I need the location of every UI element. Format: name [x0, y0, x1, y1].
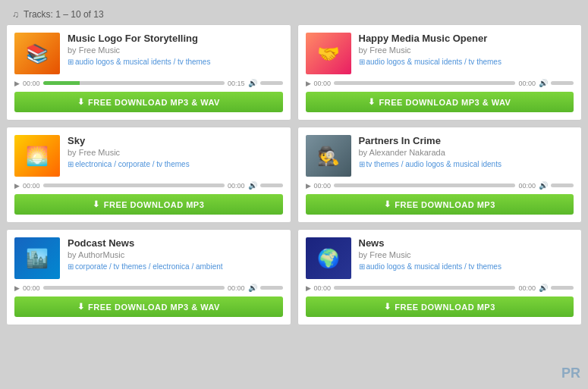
player-row-5[interactable]: ▶ 00:00 00:00 🔊 [14, 284, 283, 292]
volume-bar-2[interactable] [551, 81, 574, 85]
card-tags-1: ⊞audio logos & musical idents / tv theme… [68, 58, 283, 66]
time-start-4: 00:00 [314, 182, 332, 190]
download-button-3[interactable]: ⬇ FREE DOWNLOAD MP3 [14, 194, 283, 215]
card-top-3: 🌅 Sky by Free Music ⊞electronica / corpo… [14, 135, 283, 177]
player-row-4[interactable]: ▶ 00:00 00:00 🔊 [306, 181, 574, 190]
card-tags-3: ⊞electronica / corporate / tv themes [68, 160, 283, 168]
thumbnail-3: 🌅 [14, 135, 60, 177]
progress-bar-2[interactable] [334, 81, 515, 85]
card-title-1: Music Logo For Storytelling [68, 33, 283, 44]
progress-bar-3[interactable] [43, 184, 225, 187]
volume-icon-3: 🔊 [248, 181, 257, 190]
card-top-5: 🏙️ Podcast News by AuthorMusic ⊞corporat… [14, 237, 283, 279]
download-button-5[interactable]: ⬇ FREE DOWNLOAD MP3 & WAV [14, 296, 283, 317]
thumbnail-4: 🕵️ [306, 135, 351, 177]
play-button-4[interactable]: ▶ [306, 182, 311, 190]
progress-bar-5[interactable] [43, 286, 225, 290]
card-artist-5: by AuthorMusic [68, 250, 283, 259]
time-start-2: 00:00 [314, 80, 332, 87]
card-top-4: 🕵️ Partners In Crime by Alexander Nakara… [306, 135, 574, 177]
volume-icon-1: 🔊 [248, 79, 257, 87]
tag-icon-1: ⊞ [68, 58, 74, 66]
download-label-5: FREE DOWNLOAD MP3 & WAV [88, 303, 220, 312]
download-label-1: FREE DOWNLOAD MP3 & WAV [88, 98, 220, 107]
volume-icon-4: 🔊 [539, 181, 548, 190]
tracks-range: 1 – 10 of 13 [55, 9, 103, 20]
track-card-3: 🌅 Sky by Free Music ⊞electronica / corpo… [6, 127, 291, 223]
tracks-label: Tracks: [24, 9, 53, 20]
download-button-2[interactable]: ⬇ FREE DOWNLOAD MP3 & WAV [306, 92, 574, 112]
card-top-6: 🌍 News by Free Music ⊞audio logos & musi… [306, 237, 574, 279]
card-artist-2: by Free Music [359, 45, 574, 55]
time-start-6: 00:00 [314, 284, 332, 292]
card-title-3: Sky [68, 135, 283, 146]
play-button-2[interactable]: ▶ [306, 80, 311, 87]
music-icon: ♫ [12, 9, 19, 20]
volume-icon-5: 🔊 [248, 284, 257, 292]
time-end-3: 00:00 [228, 182, 245, 190]
card-info-5: Podcast News by AuthorMusic ⊞corporate /… [68, 237, 283, 271]
play-button-1[interactable]: ▶ [14, 80, 20, 87]
time-start-5: 00:00 [23, 284, 40, 292]
track-card-1: 📚 Music Logo For Storytelling by Free Mu… [6, 24, 291, 121]
download-icon-5: ⬇ [77, 302, 85, 312]
volume-bar-3[interactable] [260, 184, 283, 187]
volume-icon-2: 🔊 [539, 79, 548, 87]
track-card-4: 🕵️ Partners In Crime by Alexander Nakara… [297, 127, 583, 223]
volume-bar-4[interactable] [551, 184, 574, 187]
card-info-1: Music Logo For Storytelling by Free Musi… [68, 33, 283, 66]
play-button-5[interactable]: ▶ [14, 284, 20, 292]
thumbnail-6: 🌍 [306, 237, 351, 279]
download-button-1[interactable]: ⬇ FREE DOWNLOAD MP3 & WAV [14, 92, 283, 112]
card-artist-4: by Alexander Nakarada [359, 148, 574, 157]
tracks-grid: 📚 Music Logo For Storytelling by Free Mu… [6, 24, 582, 325]
card-info-3: Sky by Free Music ⊞electronica / corpora… [68, 135, 283, 168]
thumbnail-1: 📚 [14, 33, 60, 74]
player-row-2[interactable]: ▶ 00:00 00:00 🔊 [306, 79, 574, 87]
card-title-6: News [359, 237, 574, 249]
volume-bar-6[interactable] [551, 286, 574, 290]
player-row-1[interactable]: ▶ 00:00 00:15 🔊 [14, 79, 283, 87]
tag-icon-2: ⊞ [359, 58, 365, 66]
download-label-2: FREE DOWNLOAD MP3 & WAV [379, 98, 511, 107]
download-button-6[interactable]: ⬇ FREE DOWNLOAD MP3 [306, 296, 574, 317]
time-end-6: 00:00 [518, 284, 536, 292]
tracks-header: ♫ Tracks: 1 – 10 of 13 [6, 6, 582, 24]
card-artist-1: by Free Music [68, 45, 283, 55]
card-tags-4: ⊞tv themes / audio logos & musical ident… [359, 160, 574, 168]
player-row-6[interactable]: ▶ 00:00 00:00 🔊 [306, 284, 574, 292]
download-icon-4: ⬇ [384, 199, 391, 209]
download-label-4: FREE DOWNLOAD MP3 [395, 200, 495, 209]
progress-bar-1[interactable] [43, 81, 225, 85]
volume-bar-1[interactable] [260, 81, 283, 85]
card-title-5: Podcast News [68, 237, 283, 249]
time-end-5: 00:00 [228, 284, 245, 292]
download-icon-1: ⬇ [77, 97, 85, 107]
time-start-3: 00:00 [23, 182, 40, 190]
progress-bar-4[interactable] [334, 184, 515, 187]
play-button-3[interactable]: ▶ [14, 182, 20, 190]
download-button-4[interactable]: ⬇ FREE DOWNLOAD MP3 [306, 194, 574, 215]
card-top-2: 🤝 Happy Media Music Opener by Free Music… [306, 33, 574, 74]
watermark: PR [561, 365, 580, 381]
track-card-5: 🏙️ Podcast News by AuthorMusic ⊞corporat… [6, 229, 291, 325]
download-icon-3: ⬇ [93, 199, 100, 209]
card-tags-5: ⊞corporate / tv themes / electronica / a… [68, 262, 283, 271]
card-title-2: Happy Media Music Opener [359, 33, 574, 44]
track-card-2: 🤝 Happy Media Music Opener by Free Music… [297, 24, 583, 121]
player-row-3[interactable]: ▶ 00:00 00:00 🔊 [14, 181, 283, 190]
volume-bar-5[interactable] [260, 286, 283, 290]
tag-icon-3: ⊞ [68, 160, 74, 168]
card-tags-6: ⊞audio logos & musical idents / tv theme… [359, 262, 574, 271]
play-button-6[interactable]: ▶ [306, 284, 311, 292]
download-label-6: FREE DOWNLOAD MP3 [395, 303, 495, 312]
progress-bar-6[interactable] [334, 286, 515, 290]
card-artist-3: by Free Music [68, 148, 283, 157]
thumbnail-2: 🤝 [306, 33, 351, 74]
card-title-4: Partners In Crime [359, 135, 574, 146]
volume-icon-6: 🔊 [539, 284, 548, 292]
tag-icon-6: ⊞ [359, 262, 365, 271]
time-end-4: 00:00 [518, 182, 536, 190]
tag-icon-4: ⊞ [359, 160, 365, 168]
thumbnail-5: 🏙️ [14, 237, 60, 279]
